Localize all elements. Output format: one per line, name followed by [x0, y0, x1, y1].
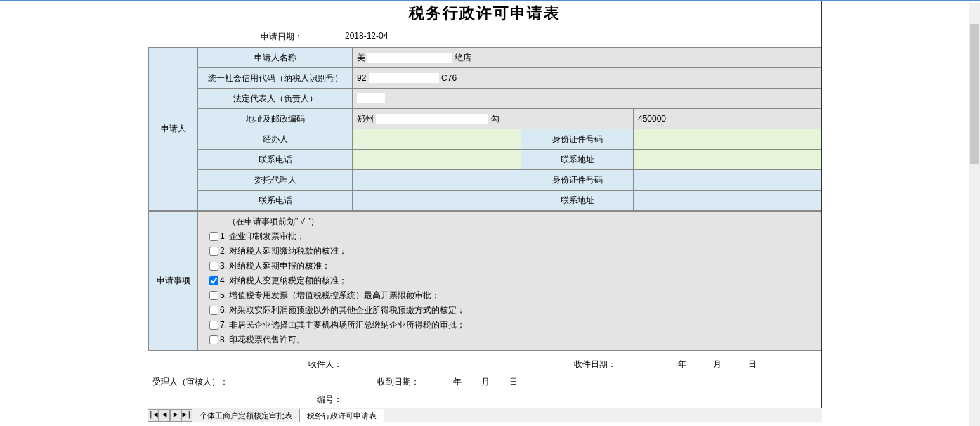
postcode-value: 450000	[634, 109, 821, 129]
application-date-label: 申请日期：	[148, 31, 345, 43]
received-to-label: 收到日期：	[377, 376, 433, 388]
matter-item: 7. 非居民企业选择由其主要机构场所汇总缴纳企业所得税的审批；	[207, 318, 814, 333]
matter-checkbox[interactable]	[209, 291, 218, 300]
matter-checkbox[interactable]	[209, 321, 218, 330]
viewport: 税务行政许可申请表 申请日期： 2018-12-04 申请人 申请人名称 美 绝…	[0, 1, 980, 426]
matter-item: 2. 对纳税人延期缴纳税款的核准；	[207, 244, 814, 259]
matter-item: 5. 增值税专用发票（增值税税控系统）最高开票限额审批；	[207, 288, 814, 303]
matters-body: （在申请事项前划" √ "） 1. 企业印制发票审批；2. 对纳税人延期缴纳税款…	[198, 212, 821, 351]
handler-phone-value[interactable]	[353, 150, 521, 170]
agent-value[interactable]	[353, 170, 521, 191]
matters-note: （在申请事项前划" √ "）	[207, 214, 814, 229]
matter-text: 8. 印花税票代售许可。	[220, 335, 305, 344]
redacted-block	[376, 114, 488, 124]
applicant-table: 申请人 申请人名称 美 绝店 统一社会信用代码（纳税人识别号） 92 C76	[148, 47, 821, 211]
credit-code-prefix: 92	[357, 73, 366, 83]
sheet-tabs-bar: |◀ ◀ ▶ ▶| 个体工商户定额核定审批表 税务行政许可申请表	[148, 408, 822, 422]
matter-checkbox[interactable]	[209, 276, 218, 285]
nav-last-button[interactable]: ▶|	[181, 409, 192, 422]
applicant-name-label: 申请人名称	[198, 48, 353, 68]
credit-code-label: 统一社会信用代码（纳税人识别号）	[198, 68, 353, 89]
matter-checkbox[interactable]	[209, 262, 218, 271]
matter-text: 1. 企业印制发票审批；	[220, 231, 305, 241]
handler-phone-label: 联系电话	[198, 150, 353, 170]
serial-label: 编号：	[152, 394, 342, 406]
matter-item: 8. 印花税票代售许可。	[207, 333, 814, 347]
agent-phone-label: 联系电话	[198, 191, 353, 211]
applicant-name-prefix: 美	[357, 53, 365, 63]
legal-rep-value	[353, 89, 821, 109]
footer-block: 收件人： 收件日期： 年 月 日 受理人（审核人）： 收到日期： 年 月 日 编…	[148, 351, 821, 413]
agent-phone-value[interactable]	[353, 191, 521, 211]
matter-item: 4. 对纳税人变更纳税定额的核准；	[207, 273, 814, 288]
applicant-section-label: 申请人	[149, 48, 198, 211]
legal-rep-label: 法定代表人（负责人）	[198, 89, 353, 109]
nav-first-button[interactable]: |◀	[148, 409, 159, 422]
matter-checkbox[interactable]	[209, 232, 218, 241]
handler-value[interactable]	[353, 129, 521, 150]
matters-table: 申请事项 （在申请事项前划" √ "） 1. 企业印制发票审批；2. 对纳税人延…	[148, 211, 821, 351]
address-suffix: 勾	[491, 114, 499, 124]
redacted-block	[369, 73, 439, 83]
application-date-value: 2018-12-04	[345, 31, 388, 43]
application-date-row: 申请日期： 2018-12-04	[148, 28, 821, 47]
agent-id-label: 身份证件号码	[521, 170, 634, 191]
credit-code-value: 92 C76	[353, 68, 821, 89]
applicant-name-value: 美 绝店	[353, 48, 821, 68]
matters-list: 1. 企业印制发票审批；2. 对纳税人延期缴纳税款的核准；3. 对纳税人延期申报…	[207, 229, 814, 347]
agent-addr-label: 联系地址	[521, 191, 634, 211]
applicant-name-suffix: 绝店	[455, 53, 471, 63]
matter-text: 2. 对纳税人延期缴纳税款的核准；	[220, 246, 347, 256]
sheet-tab-2[interactable]: 税务行政许可申请表	[300, 409, 384, 422]
agent-id-value[interactable]	[634, 170, 821, 191]
matter-text: 7. 非居民企业选择由其主要机构场所汇总缴纳企业所得税的审批；	[220, 320, 465, 330]
nav-next-button[interactable]: ▶	[170, 409, 181, 422]
day-label: 日	[721, 359, 757, 370]
address-prefix: 郑州	[357, 114, 374, 124]
scroll-thumb[interactable]	[970, 24, 979, 164]
month-label: 月	[686, 359, 721, 370]
matters-section-label: 申请事项	[149, 212, 198, 351]
redacted-block	[367, 53, 452, 63]
year-label-2: 年	[433, 376, 462, 388]
agent-addr-value[interactable]	[634, 191, 821, 211]
agent-label: 委托代理人	[198, 170, 353, 191]
redacted-block	[357, 93, 385, 103]
address-label: 地址及邮政编码	[198, 109, 353, 129]
handler-label: 经办人	[198, 129, 353, 150]
matter-item: 1. 企业印制发票审批；	[207, 229, 814, 244]
form-title: 税务行政许可申请表	[148, 1, 821, 28]
sheet-tab-1[interactable]: 个体工商户定额核定审批表	[192, 409, 300, 422]
matter-item: 6. 对采取实际利润额预缴以外的其他企业所得税预缴方式的核定；	[207, 303, 814, 318]
vertical-scrollbar[interactable]	[969, 3, 980, 420]
matter-text: 5. 增值税专用发票（增值税税控系统）最高开票限额审批；	[220, 290, 440, 300]
matter-text: 6. 对采取实际利润额预缴以外的其他企业所得税预缴方式的核定；	[220, 305, 465, 315]
receiver-label: 收件人：	[152, 359, 342, 370]
matter-checkbox[interactable]	[209, 335, 218, 344]
year-label: 年	[644, 359, 686, 370]
receive-date-label: 收件日期：	[574, 359, 644, 370]
address-value: 郑州 勾	[353, 109, 634, 129]
acceptor-label: 受理人（审核人）：	[152, 376, 237, 388]
handler-addr-value[interactable]	[634, 150, 821, 170]
day-label-2: 日	[490, 376, 518, 388]
handler-id-label: 身份证件号码	[521, 129, 634, 150]
credit-code-suffix: C76	[441, 73, 457, 83]
matter-item: 3. 对纳税人延期申报的核准；	[207, 259, 814, 273]
scroll-corner	[969, 420, 980, 426]
matter-checkbox[interactable]	[209, 247, 218, 256]
handler-addr-label: 联系地址	[521, 150, 634, 170]
form-document: 税务行政许可申请表 申请日期： 2018-12-04 申请人 申请人名称 美 绝…	[148, 1, 822, 413]
matter-text: 4. 对纳税人变更纳税定额的核准；	[220, 276, 347, 285]
matter-checkbox[interactable]	[209, 306, 218, 315]
month-label-2: 月	[462, 376, 490, 388]
matter-text: 3. 对纳税人延期申报的核准；	[220, 261, 330, 271]
nav-prev-button[interactable]: ◀	[159, 409, 170, 422]
handler-id-value[interactable]	[634, 129, 821, 150]
